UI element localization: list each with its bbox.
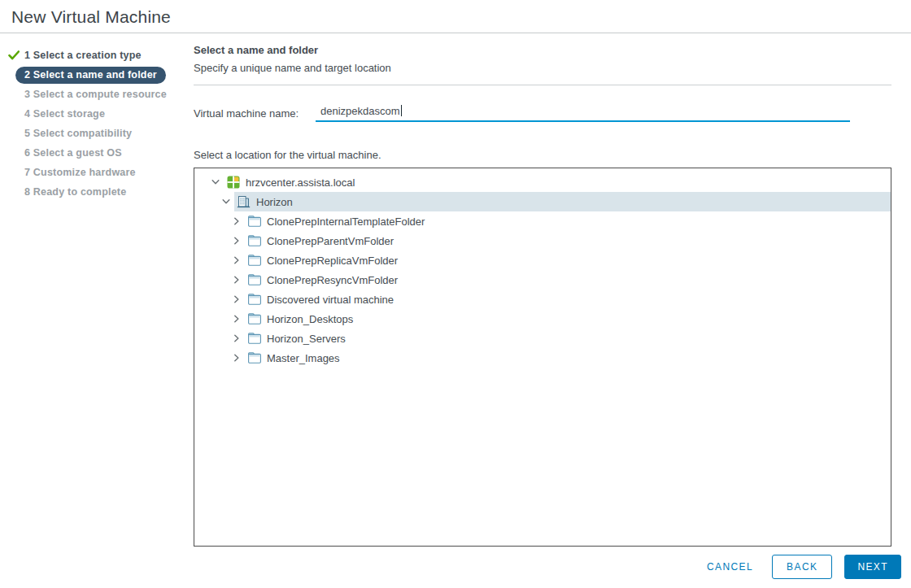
chevron-right-icon[interactable] bbox=[231, 352, 242, 364]
wizard-step-2[interactable]: 2 Select a name and folder bbox=[0, 65, 194, 85]
tree-row[interactable]: ClonePrepParentVmFolder bbox=[194, 231, 891, 250]
tree-row-label: ClonePrepInternalTemplateFolder bbox=[267, 216, 425, 228]
tree-row-label: ClonePrepReplicaVmFolder bbox=[267, 255, 398, 267]
chevron-down-icon[interactable] bbox=[220, 196, 232, 207]
tree-row-label: Master_Images bbox=[267, 352, 340, 364]
chevron-right-icon[interactable] bbox=[231, 274, 242, 285]
wizard-pane: Select a name and folder Specify a uniqu… bbox=[194, 33, 911, 547]
tree-row[interactable]: Horizon_Desktops bbox=[194, 309, 891, 329]
chevron-down-icon[interactable] bbox=[210, 176, 221, 188]
tree-row-body[interactable]: Horizon bbox=[234, 192, 891, 211]
tree-row-label: hrzvcenter.assista.local bbox=[246, 176, 355, 189]
text-caret bbox=[401, 105, 402, 116]
pane-divider bbox=[194, 85, 891, 85]
tree-expander[interactable] bbox=[230, 234, 243, 247]
tree-row[interactable]: Horizon_Servers bbox=[194, 329, 891, 348]
tree-row-body[interactable]: ClonePrepParentVmFolder bbox=[245, 231, 891, 250]
chevron-right-icon[interactable] bbox=[231, 313, 242, 324]
cancel-button[interactable]: CANCEL bbox=[700, 555, 760, 579]
tree-row-body[interactable]: Horizon_Desktops bbox=[245, 309, 891, 329]
tree-row-label: Horizon bbox=[256, 196, 293, 208]
tree-row[interactable]: Discovered virtual machine bbox=[194, 290, 891, 309]
wizard-step-5[interactable]: 5 Select compatibility bbox=[0, 124, 194, 143]
chevron-right-icon[interactable] bbox=[231, 235, 242, 246]
back-button[interactable]: BACK bbox=[772, 555, 832, 579]
wizard-step-label: 1 Select a creation type bbox=[24, 50, 142, 61]
wizard-step-label: 7 Customize hardware bbox=[24, 167, 136, 178]
tree-row-body[interactable]: Discovered virtual machine bbox=[245, 290, 891, 309]
tree-row-body[interactable]: Master_Images bbox=[245, 348, 891, 368]
location-label: Select a location for the virtual machin… bbox=[194, 149, 891, 161]
tree-row-label: ClonePrepParentVmFolder bbox=[267, 235, 394, 247]
tree-expander[interactable] bbox=[230, 273, 243, 286]
tree-row-label: Horizon_Desktops bbox=[267, 313, 353, 325]
location-tree: hrzvcenter.assista.localHorizonClonePrep… bbox=[194, 168, 891, 547]
check-icon bbox=[8, 50, 20, 60]
tree-expander[interactable] bbox=[230, 351, 243, 364]
chevron-right-icon[interactable] bbox=[231, 255, 242, 266]
wizard-step-label: 5 Select compatibility bbox=[24, 128, 132, 139]
dialog-header: New Virtual Machine bbox=[0, 0, 911, 27]
datacenter-icon bbox=[237, 195, 251, 209]
tree-row[interactable]: hrzvcenter.assista.local bbox=[194, 172, 891, 192]
tree-row[interactable]: ClonePrepResyncVmFolder bbox=[194, 270, 891, 290]
folder-icon bbox=[248, 294, 261, 305]
tree-row[interactable]: ClonePrepInternalTemplateFolder bbox=[194, 211, 891, 231]
wizard-step-label: 3 Select a compute resource bbox=[24, 89, 167, 100]
tree-row-label: Horizon_Servers bbox=[267, 333, 346, 345]
folder-icon bbox=[248, 352, 261, 364]
chevron-right-icon[interactable] bbox=[231, 216, 242, 227]
vm-name-value: denizpekdascom bbox=[320, 105, 400, 117]
folder-icon bbox=[248, 216, 261, 227]
page-title: New Virtual Machine bbox=[11, 7, 900, 27]
folder-icon bbox=[248, 235, 261, 246]
vm-name-label: Virtual machine name: bbox=[194, 107, 316, 120]
tree-row[interactable]: ClonePrepReplicaVmFolder bbox=[194, 250, 891, 270]
tree-row-body[interactable]: Horizon_Servers bbox=[245, 329, 891, 348]
wizard-step-label: 4 Select storage bbox=[24, 108, 105, 120]
wizard-footer: CANCEL BACK NEXT bbox=[700, 555, 901, 579]
tree-expander[interactable] bbox=[230, 312, 243, 325]
tree-row-body[interactable]: hrzvcenter.assista.local bbox=[224, 172, 891, 192]
chevron-right-icon[interactable] bbox=[231, 333, 242, 344]
tree-row[interactable]: Master_Images bbox=[194, 348, 891, 368]
wizard-step-7[interactable]: 7 Customize hardware bbox=[0, 163, 194, 182]
folder-icon bbox=[248, 333, 261, 344]
pane-subheading: Specify a unique name and target locatio… bbox=[194, 62, 891, 74]
chevron-right-icon[interactable] bbox=[231, 294, 242, 305]
tree-row-body[interactable]: ClonePrepResyncVmFolder bbox=[245, 270, 891, 290]
wizard-step-6[interactable]: 6 Select a guest OS bbox=[0, 143, 194, 163]
pane-heading: Select a name and folder bbox=[194, 44, 891, 56]
vcenter-icon bbox=[227, 176, 240, 189]
vm-name-input[interactable]: denizpekdascom bbox=[316, 104, 850, 122]
wizard-step-3[interactable]: 3 Select a compute resource bbox=[0, 85, 194, 104]
next-button[interactable]: NEXT bbox=[844, 555, 901, 579]
folder-icon bbox=[248, 255, 261, 266]
wizard-step-label: 6 Select a guest OS bbox=[24, 147, 122, 159]
wizard-step-label: 8 Ready to complete bbox=[24, 186, 126, 198]
tree-row-body[interactable]: ClonePrepInternalTemplateFolder bbox=[245, 211, 891, 231]
wizard-step-1[interactable]: 1 Select a creation type bbox=[0, 46, 194, 65]
tree-row-body[interactable]: ClonePrepReplicaVmFolder bbox=[245, 250, 891, 270]
wizard-step-label: 2 Select a name and folder bbox=[15, 67, 166, 84]
wizard-step-4[interactable]: 4 Select storage bbox=[0, 104, 194, 124]
tree-expander[interactable] bbox=[220, 195, 233, 208]
tree-expander[interactable] bbox=[230, 293, 243, 306]
tree-expander[interactable] bbox=[230, 332, 243, 345]
tree-row-label: Discovered virtual machine bbox=[267, 294, 394, 306]
wizard-steps: 1 Select a creation type2 Select a name … bbox=[0, 33, 194, 202]
wizard-step-8[interactable]: 8 Ready to complete bbox=[0, 182, 194, 202]
tree-expander[interactable] bbox=[209, 176, 222, 189]
tree-expander[interactable] bbox=[230, 254, 243, 267]
folder-icon bbox=[248, 313, 261, 324]
folder-icon bbox=[248, 274, 261, 285]
tree-row[interactable]: Horizon bbox=[194, 192, 891, 211]
tree-expander[interactable] bbox=[230, 215, 243, 228]
tree-row-label: ClonePrepResyncVmFolder bbox=[267, 274, 398, 286]
